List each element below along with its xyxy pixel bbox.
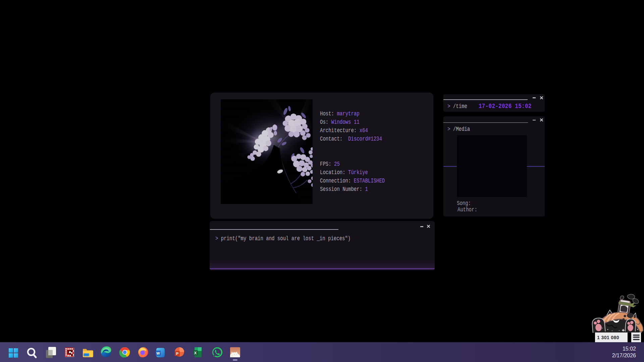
svg-text:P: P: [176, 352, 178, 356]
svg-text:X: X: [194, 351, 197, 355]
svg-text:W: W: [156, 351, 160, 355]
